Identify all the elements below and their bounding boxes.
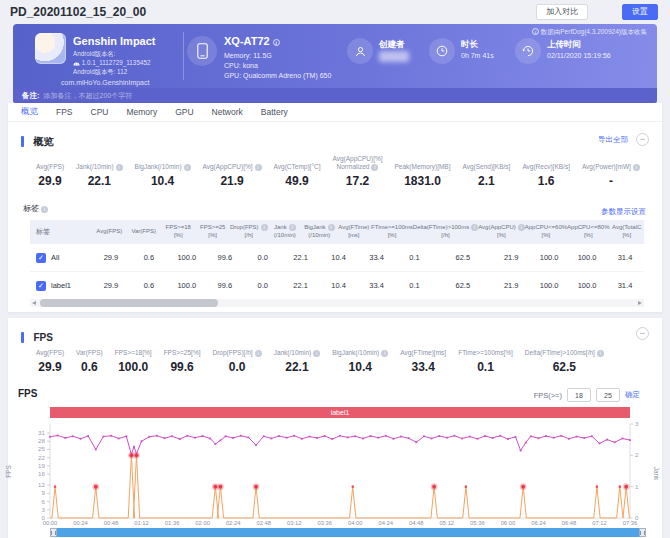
stat-value: 10.4	[135, 174, 191, 188]
stat-value: 29.9	[36, 174, 64, 188]
info-icon[interactable]: i	[255, 164, 262, 171]
info-icon[interactable]: i	[381, 350, 388, 357]
fps-threshold-high-input[interactable]	[596, 388, 620, 402]
right-axis-title: Jank	[654, 467, 661, 481]
stat-value: 62.5	[525, 360, 604, 374]
stat-label: Avg(FPS)	[36, 163, 64, 171]
tab-Memory[interactable]: Memory	[126, 107, 157, 117]
brush-left-handle[interactable]	[50, 528, 57, 537]
tab-Network[interactable]: Network	[212, 107, 243, 117]
brush-right-handle[interactable]	[639, 528, 646, 537]
table-cell: 22.1	[282, 253, 320, 263]
stat-value: 99.6	[164, 360, 201, 374]
tab-FPS[interactable]: FPS	[56, 107, 73, 117]
remark-label: 备注:	[22, 91, 40, 101]
scrollbar-thumb[interactable]	[40, 299, 218, 307]
param-display-settings-link[interactable]: 参数显示设置	[601, 207, 646, 217]
table-cell: 100.0	[568, 281, 606, 291]
info-icon[interactable]: i	[289, 224, 296, 231]
table-cell: 100.0	[530, 253, 568, 263]
stat-Jank(/10min): Jank(/10min)i22.1	[76, 163, 123, 188]
threshold-apply-link[interactable]: 确定	[625, 390, 640, 400]
stat-label: Avg(AppCPU)[%]Normalizedi	[332, 155, 382, 171]
label1-band[interactable]: label1	[50, 407, 630, 418]
stat-Avg(FTime)[ms]: Avg(FTime)[ms]33.4	[400, 349, 446, 374]
tab-CPU[interactable]: CPU	[91, 107, 109, 117]
app-version-code: Android版本号: 112	[73, 69, 127, 75]
creator-icon	[347, 38, 373, 64]
stat-label: Avg(CTemp)[°C]	[274, 163, 321, 171]
table-cell: 22.1	[282, 281, 320, 291]
creator-name-redacted	[379, 51, 409, 62]
label-table: 标签Avg(FPS)Var(FPS)FPS>=18[%]FPS>=25[%]Dr…	[30, 220, 644, 300]
overview-card: 概览FPSCPUMemoryGPUNetworkBattery 概览 导出全部 …	[8, 103, 662, 312]
duration-icon	[429, 38, 455, 64]
table-column-header: Drop(FPS)i[/h]	[230, 224, 268, 240]
section-accent-bar	[21, 136, 24, 147]
svg-text:2: 2	[635, 451, 639, 458]
tab-GPU[interactable]: GPU	[175, 107, 193, 117]
stat-label: BigJank(/10min)i	[332, 349, 388, 357]
table-cell: 0.1	[396, 281, 434, 291]
upload-time-label: 上传时间	[547, 39, 581, 51]
tab-Battery[interactable]: Battery	[261, 107, 288, 117]
overview-section-title: 概览	[21, 131, 53, 149]
svg-text:04:00: 04:00	[348, 520, 363, 526]
info-icon[interactable]: i	[633, 164, 640, 171]
export-all-link[interactable]: 导出全部	[598, 135, 628, 145]
tab-概览[interactable]: 概览	[21, 106, 38, 118]
table-cell: 100.0	[530, 281, 568, 291]
svg-text:12: 12	[38, 481, 45, 488]
info-icon[interactable]: i	[255, 350, 262, 357]
upload-time-icon	[515, 38, 541, 64]
info-icon[interactable]: i	[261, 224, 268, 231]
stat-label: Delta(FTime)>100ms[/h]i	[525, 349, 604, 357]
svg-text:3: 3	[635, 420, 639, 427]
stat-value: -	[582, 174, 640, 188]
fps-threshold-low-input[interactable]	[567, 388, 591, 402]
svg-text:04:48: 04:48	[409, 520, 424, 526]
info-icon[interactable]: i	[328, 224, 335, 231]
info-icon[interactable]: i	[471, 224, 478, 231]
svg-text:22: 22	[38, 454, 45, 461]
info-icon[interactable]: i	[116, 164, 123, 171]
row-label: All	[51, 253, 59, 263]
svg-text:06:48: 06:48	[562, 520, 577, 526]
scroll-right-arrow[interactable]	[638, 301, 642, 305]
app-icon	[35, 33, 66, 64]
info-icon[interactable]: i	[184, 164, 191, 171]
stat-value: 21.9	[203, 174, 262, 188]
row-checkbox[interactable]: ✓	[36, 253, 46, 263]
svg-text:19: 19	[38, 462, 45, 469]
svg-text:05:12: 05:12	[440, 520, 455, 526]
stat-label: Jank(/10min)i	[76, 163, 123, 171]
info-icon[interactable]: i	[597, 350, 604, 357]
settings-button[interactable]: 设置	[622, 4, 658, 20]
svg-text:9: 9	[42, 489, 46, 496]
remark-bar[interactable]: 备注: 添加备注，不超过200个字符	[13, 88, 657, 103]
upload-time-value: 02/11/2020 15:19:56	[547, 52, 611, 59]
row-checkbox[interactable]: ✓	[36, 281, 46, 291]
info-icon[interactable]: i	[313, 350, 320, 357]
table-cell: 10.4	[320, 253, 358, 263]
info-icon[interactable]: i	[371, 164, 378, 171]
table-body: ✓All29.90.6100.099.60.022.110.433.40.162…	[30, 244, 644, 300]
scroll-left-arrow[interactable]	[32, 301, 36, 305]
collapse-overview-button[interactable]: −	[636, 133, 649, 146]
stat-value: 29.9	[36, 360, 64, 374]
divider	[183, 32, 184, 80]
table-cell: 31.4	[606, 281, 644, 291]
remark-placeholder: 添加备注，不超过200个字符	[44, 91, 133, 101]
app-name: Genshin Impact	[73, 35, 156, 47]
fps-jank-chart[interactable]: 036912161922252831012300:0000:2400:4801:…	[36, 419, 658, 527]
collapse-fps-button[interactable]: −	[636, 327, 649, 340]
stat-value: 49.9	[274, 174, 321, 188]
table-column-header: FTime>=100ms[%]	[371, 224, 413, 240]
info-icon[interactable]: i	[518, 224, 525, 231]
table-horizontal-scrollbar[interactable]	[30, 299, 644, 307]
device-gpu: GPU: Qualcomm Adreno (TM) 650	[224, 72, 331, 79]
fps-threshold-controls: FPS(>=) 确定	[534, 388, 640, 402]
table-cell: 21.9	[492, 281, 530, 291]
add-compare-button[interactable]: 加入对比	[536, 4, 588, 20]
chart-range-brush[interactable]	[50, 528, 646, 537]
